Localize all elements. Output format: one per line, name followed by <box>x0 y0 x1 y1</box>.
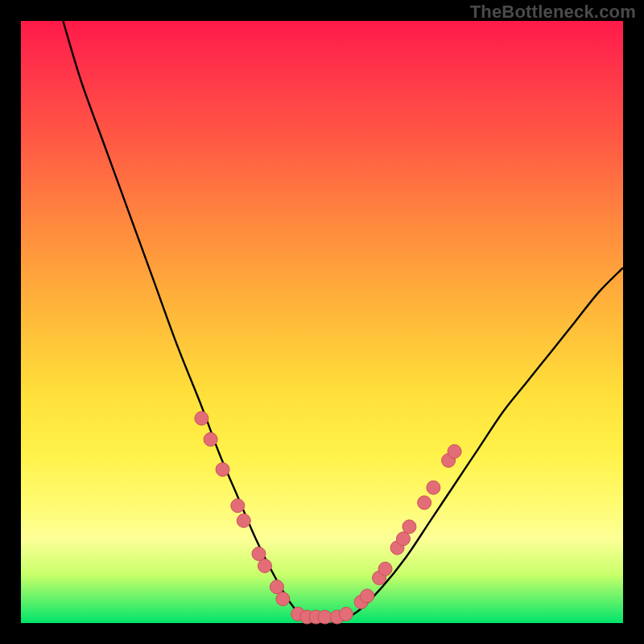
data-marker <box>361 589 374 603</box>
data-marker <box>427 481 440 494</box>
plot-area <box>21 21 623 623</box>
data-marker <box>276 592 290 606</box>
marker-group <box>195 411 461 624</box>
data-marker <box>252 547 266 560</box>
data-marker <box>396 532 410 546</box>
bottleneck-curve <box>63 21 623 625</box>
data-marker <box>402 520 416 534</box>
chart-container: TheBottleneck.com <box>0 0 644 644</box>
data-marker <box>339 607 353 621</box>
data-marker <box>448 444 461 458</box>
chart-svg <box>21 21 623 623</box>
data-marker <box>204 432 217 446</box>
data-marker <box>258 559 271 572</box>
data-marker <box>378 562 392 576</box>
data-marker <box>231 499 245 513</box>
data-marker <box>195 411 208 425</box>
data-marker <box>318 610 332 624</box>
watermark-text: TheBottleneck.com <box>470 2 636 23</box>
data-marker <box>237 514 250 527</box>
data-marker <box>418 496 431 510</box>
data-marker <box>216 463 229 477</box>
data-marker <box>270 580 283 594</box>
